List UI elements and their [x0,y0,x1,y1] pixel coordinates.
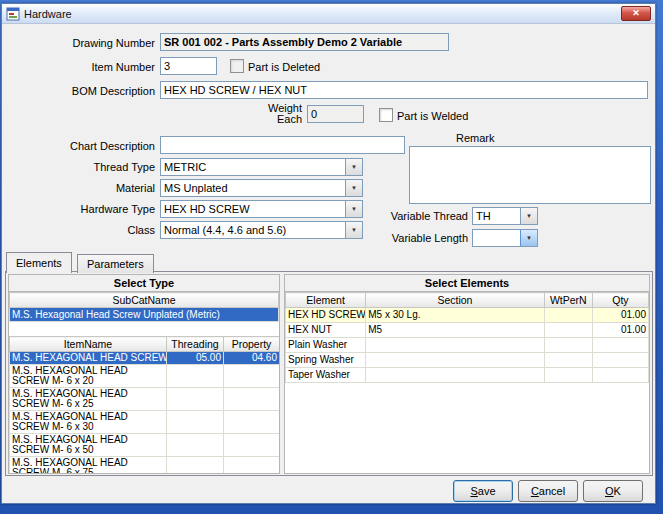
chevron-down-icon[interactable]: ▼ [345,201,362,217]
close-button[interactable]: ✕ [621,6,651,21]
items-row[interactable]: M.S. HEXAGONAL HEAD SCREW M- 6 x 75 [10,457,280,475]
elements-row[interactable]: HEX HD SCREW M5 x 30 Lg. 01.00 [286,308,649,323]
part-is-welded-checkbox[interactable] [379,108,393,122]
subcat-header: SubCatName [10,293,279,308]
ok-button[interactable]: OK [583,480,643,502]
hardware-type-select[interactable]: HEX HD SCREW ▼ [160,200,363,218]
bom-description-label: BOM Description [22,85,155,98]
items-row-selected[interactable]: M.S. HEXAGONAL HEAD SCREW M- 5 x 30 05.0… [10,352,280,365]
variable-thread-select[interactable]: TH ▼ [472,207,538,225]
elements-header-element: Element [286,293,366,308]
subcat-empty-area [9,322,279,336]
items-header-threading: Threading [167,337,224,352]
dialog-body: Drawing Number Item Number Part is Delet… [2,24,655,504]
items-table: ItemName Threading Property M.S. HEXAGON… [9,336,280,474]
elements-table: Element Section WtPerN Qty HEX HD SCREW … [285,292,649,383]
dialog-title: Hardware [24,8,72,20]
items-header-itemname: ItemName [10,337,167,352]
dialog-buttons: Save Cancel OK [453,480,643,502]
elements-header-qty: Qty [592,293,648,308]
elements-row[interactable]: Spring Washer [286,353,649,368]
dialog-titlebar[interactable]: Hardware ✕ [2,4,655,24]
subcat-table: SubCatName M.S. Hexagonal Head Screw Unp… [9,292,279,322]
chevron-down-icon[interactable]: ▼ [345,180,362,196]
elements-tab-panel: Select Type SubCatName M.S. Hexagonal He… [5,271,653,476]
bom-description-field[interactable] [160,81,648,99]
variable-length-label: Variable Length [372,232,468,245]
elements-header-wtpern: WtPerN [544,293,592,308]
app-icon [6,7,20,21]
tab-strip: Elements Parameters [6,252,156,272]
item-number-field[interactable] [160,57,217,75]
chevron-down-icon[interactable]: ▼ [520,230,537,246]
weight-each-label-line2: Each [252,113,302,126]
tab-elements[interactable]: Elements [6,252,72,273]
chevron-down-icon[interactable]: ▼ [345,159,362,175]
thread-type-value: METRIC [161,159,345,175]
chevron-down-icon[interactable]: ▼ [520,208,537,224]
select-elements-panel: Select Elements Element Section WtPerN Q… [284,274,650,474]
variable-length-select[interactable]: ▼ [472,229,538,247]
items-header-property: Property [224,337,280,352]
hardware-type-label: Hardware Type [22,203,155,216]
hardware-type-value: HEX HD SCREW [161,201,345,217]
items-row[interactable]: M.S. HEXAGONAL HEAD SCREW M- 6 x 25 [10,388,280,411]
variable-thread-label: Variable Thread [372,210,468,223]
tab-parameters[interactable]: Parameters [77,254,154,273]
elements-row[interactable]: Taper Washer [286,368,649,383]
select-type-title: Select Type [9,275,279,292]
part-is-welded-label: Part is Welded [397,110,468,123]
elements-row[interactable]: Plain Washer [286,338,649,353]
subcat-row-selected[interactable]: M.S. Hexagonal Head Screw Unplated (Metr… [10,308,279,322]
part-is-deleted-checkbox[interactable] [230,59,244,73]
items-row[interactable]: M.S. HEXAGONAL HEAD SCREW M- 6 x 30 [10,411,280,434]
remark-field[interactable] [409,146,651,204]
hardware-dialog: Hardware ✕ Drawing Number Item Number Pa… [1,3,656,504]
material-select[interactable]: MS Unplated ▼ [160,179,363,197]
drawing-number-label: Drawing Number [22,37,155,50]
items-row[interactable]: M.S. HEXAGONAL HEAD SCREW M- 6 x 50 [10,434,280,457]
elements-row[interactable]: HEX NUT M5 01.00 [286,323,649,338]
chart-description-field[interactable] [160,136,405,154]
thread-type-select[interactable]: METRIC ▼ [160,158,363,176]
chart-description-label: Chart Description [22,140,155,153]
material-label: Material [22,182,155,195]
material-value: MS Unplated [161,180,345,196]
item-number-label: Item Number [22,61,155,74]
class-label: Class [22,224,155,237]
close-icon: ✕ [632,8,640,18]
part-is-deleted-label: Part is Deleted [248,61,320,74]
variable-thread-value: TH [473,208,520,224]
save-button[interactable]: Save [453,480,513,502]
class-value: Normal (4.4, 4.6 and 5.6) [161,222,345,238]
cancel-button[interactable]: Cancel [518,480,578,502]
thread-type-label: Thread Type [22,161,155,174]
drawing-number-field[interactable] [160,33,449,51]
select-elements-title: Select Elements [285,275,649,292]
chevron-down-icon[interactable]: ▼ [345,222,362,238]
class-select[interactable]: Normal (4.4, 4.6 and 5.6) ▼ [160,221,363,239]
elements-header-section: Section [366,293,544,308]
weight-each-field[interactable] [307,105,364,123]
remark-label: Remark [456,132,495,145]
select-type-panel: Select Type SubCatName M.S. Hexagonal He… [8,274,280,474]
items-row[interactable]: M.S. HEXAGONAL HEAD SCREW M- 6 x 20 [10,365,280,388]
